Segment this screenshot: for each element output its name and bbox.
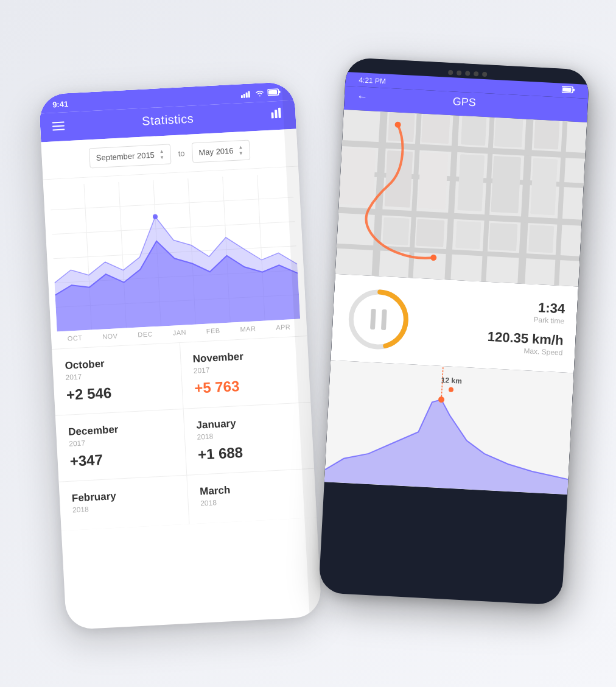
elevation-chart: 12 km — [324, 360, 574, 495]
svg-rect-23 — [573, 89, 575, 91]
svg-rect-6 — [268, 90, 277, 95]
svg-rect-40 — [534, 120, 559, 150]
gps-info-panel: 1:34 Park time 120.35 km/h Max. Speed — [331, 274, 578, 373]
date-from-value: September 2015 — [96, 150, 155, 163]
svg-rect-44 — [491, 156, 521, 213]
stat-value-october: +2 546 — [66, 381, 170, 404]
stat-card-december: December 2017 +347 — [55, 409, 186, 482]
signal-icon — [240, 90, 252, 99]
svg-rect-47 — [382, 217, 409, 245]
svg-rect-50 — [489, 223, 517, 251]
svg-line-11 — [52, 222, 295, 234]
chart-area: OCT NOV DEC JAN FEB MAR APR — [43, 166, 307, 349]
svg-line-10 — [51, 197, 293, 210]
stat-value-february — [73, 514, 176, 520]
svg-rect-51 — [528, 225, 554, 253]
x-label-dec: DEC — [138, 330, 153, 338]
svg-rect-39 — [494, 118, 523, 147]
x-label-nov: NOV — [102, 332, 118, 340]
svg-rect-56 — [370, 309, 376, 329]
gps-stats-right: 1:34 Park time 120.35 km/h Max. Speed — [420, 294, 565, 357]
svg-rect-8 — [275, 110, 278, 118]
stats-time: 9:41 — [52, 99, 69, 109]
svg-rect-3 — [248, 91, 250, 97]
svg-rect-57 — [381, 309, 387, 330]
map-svg — [335, 110, 587, 287]
stat-card-february: February 2018 — [59, 476, 189, 531]
gps-time: 4:21 PM — [359, 76, 386, 85]
stat-card-january: January 2018 +1 688 — [183, 403, 314, 475]
date-from-picker[interactable]: September 2015 ▲▼ — [89, 144, 172, 168]
x-label-apr: APR — [276, 323, 291, 331]
svg-rect-0 — [241, 95, 243, 98]
stat-value-november: +5 763 — [194, 375, 298, 397]
chart-icon-button[interactable] — [271, 107, 284, 122]
svg-rect-7 — [271, 112, 274, 118]
gps-phone: 4:21 PM ← GPS — [318, 57, 590, 605]
back-button[interactable]: ← — [356, 90, 368, 104]
svg-rect-5 — [278, 91, 280, 93]
stats-phone: 9:41 Statistics — [38, 82, 321, 630]
svg-rect-42 — [418, 152, 449, 210]
scene: 9:41 Statistics — [34, 39, 582, 648]
date-to-value: May 2016 — [198, 146, 234, 157]
x-label-oct: OCT — [67, 334, 82, 342]
stat-value-march — [201, 507, 304, 513]
circle-progress — [343, 284, 414, 355]
svg-rect-1 — [243, 93, 245, 97]
stat-value-december: +347 — [69, 448, 173, 470]
map-container[interactable] — [335, 110, 587, 287]
menu-button[interactable] — [52, 121, 65, 130]
svg-rect-9 — [278, 108, 281, 118]
gps-title: GPS — [452, 95, 476, 109]
x-label-mar: MAR — [240, 325, 256, 333]
battery-icon — [267, 88, 281, 98]
gps-battery-icon — [562, 86, 576, 96]
svg-rect-43 — [457, 154, 485, 211]
svg-rect-48 — [416, 219, 444, 247]
x-label-jan: JAN — [172, 328, 186, 336]
date-to-arrows[interactable]: ▲▼ — [238, 144, 243, 156]
wifi-icon — [254, 89, 265, 99]
stats-grid: October 2017 +2 546 November 2017 +5 763… — [52, 336, 317, 531]
svg-rect-46 — [339, 148, 376, 206]
svg-rect-38 — [461, 116, 486, 146]
stats-title: Statistics — [142, 111, 194, 128]
line-chart — [43, 172, 306, 332]
date-to-picker[interactable]: May 2016 ▲▼ — [192, 140, 251, 163]
svg-rect-24 — [562, 87, 571, 92]
park-time-stat: 1:34 Park time — [422, 294, 565, 325]
date-from-arrows[interactable]: ▲▼ — [159, 149, 164, 160]
elevation-label: 12 km — [441, 376, 462, 386]
max-speed-stat: 120.35 km/h Max. Speed — [420, 325, 564, 357]
x-label-feb: FEB — [206, 327, 221, 335]
date-to-label: to — [178, 149, 185, 158]
svg-rect-45 — [530, 158, 558, 215]
svg-rect-37 — [421, 114, 450, 144]
stat-card-november: November 2017 +5 763 — [180, 336, 310, 409]
svg-rect-2 — [246, 92, 248, 97]
svg-rect-49 — [455, 221, 481, 249]
stat-card-march: March 2018 — [187, 469, 317, 524]
stat-card-october: October 2017 +2 546 — [52, 343, 183, 415]
stat-value-january: +1 688 — [197, 441, 301, 463]
stats-status-icons — [240, 88, 281, 99]
svg-rect-41 — [385, 150, 413, 208]
